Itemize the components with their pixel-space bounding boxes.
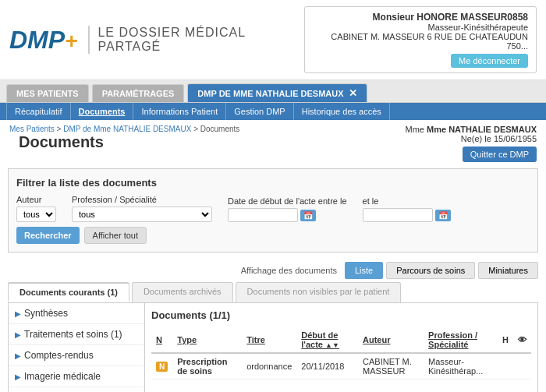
logo-subtitle: LE DOSSIER MÉDICAL PARTAGÉ: [88, 26, 304, 54]
sub-nav-infos-patient[interactable]: Informations Patient: [133, 103, 226, 120]
user-role: Masseur-Kinésithérapeute: [313, 23, 528, 32]
sidebar: ▶ Synthèses ▶ Traitements et soins (1) ▶…: [9, 303, 145, 392]
sub-nav-documents[interactable]: Documents: [71, 103, 134, 120]
user-cabinet: CABINET M. MASSEUR 6 RUE DE CHATEAUDUN 7…: [313, 32, 528, 51]
tab-mes-patients[interactable]: MES PATIENTS: [6, 84, 89, 102]
arrow-icon-comptes: ▶: [15, 351, 21, 360]
row-titre: ordonnance: [242, 353, 296, 380]
auteur-label: Auteur: [16, 195, 56, 204]
show-all-button[interactable]: Afficher tout: [84, 227, 147, 244]
arrow-icon-traitements: ▶: [15, 330, 21, 339]
col-n[interactable]: N: [151, 327, 172, 353]
sidebar-label-traitements: Traitements et soins (1): [24, 329, 122, 340]
profession-select[interactable]: tous: [72, 207, 212, 222]
tab-parametrages[interactable]: PARAMÉTRAGES: [92, 84, 185, 102]
sidebar-item-traitements[interactable]: ▶ Traitements et soins (1): [9, 324, 144, 345]
patient-info: Mme Mme NATHALIE DESMAUX Ne(e) le 15/06/…: [406, 125, 537, 162]
breadcrumb: Mes Patients > DMP de Mme NATHALIE DESMA…: [9, 125, 239, 133]
sub-nav-gestion-dmp[interactable]: Gestion DMP: [226, 103, 293, 120]
table-header-row: N Type Titre Début de l'acte ▲▼ Auteur P…: [151, 327, 531, 353]
documents-area-title: Documents (1/1): [151, 309, 531, 321]
filter-date-end-group: et le 📅: [363, 196, 451, 222]
sub-nav-historique[interactable]: Historique des accès: [294, 103, 390, 120]
sidebar-item-comptes[interactable]: ▶ Comptes-rendus: [9, 345, 144, 366]
patient-name: Mme NATHALIE DESMAUX: [427, 125, 537, 134]
col-eye: 👁: [513, 327, 531, 353]
filter-date-start-group: Date de début de l'acte entre le 📅: [228, 196, 347, 222]
date-start-calendar-icon[interactable]: 📅: [300, 210, 316, 221]
table-row[interactable]: N Prescription de soins ordonnance 20/11…: [151, 353, 531, 380]
col-type[interactable]: Type: [172, 327, 242, 353]
row-profession: Masseur-Kinésithérap...: [424, 353, 498, 380]
row-h: [498, 353, 513, 380]
quit-dmp-button[interactable]: Quitter ce DMP: [463, 147, 537, 162]
tab-archives[interactable]: Documents archivés: [132, 282, 233, 302]
sidebar-item-imagerie[interactable]: ▶ Imagerie médicale: [9, 366, 144, 387]
filter-title: Filtrer la liste des documents: [16, 177, 530, 189]
tab-courants[interactable]: Documents courants (1): [8, 282, 129, 302]
logo-dmp: DMP+: [9, 27, 77, 52]
arrow-icon-imagerie: ▶: [15, 373, 21, 381]
main-content: ▶ Synthèses ▶ Traitements et soins (1) ▶…: [8, 302, 538, 392]
col-profession[interactable]: Profession / Spécialité: [424, 327, 498, 353]
sidebar-label-syntheses: Synthèses: [24, 308, 68, 319]
logo-area: DMP+ LE DOSSIER MÉDICAL PARTAGÉ: [9, 26, 304, 54]
view-parcours-button[interactable]: Parcours de soins: [386, 262, 475, 279]
header: DMP+ LE DOSSIER MÉDICAL PARTAGÉ Monsieur…: [0, 0, 546, 80]
filter-auteur-group: Auteur tous: [16, 195, 56, 222]
user-box: Monsieur HONORE MASSEUR0858 Masseur-Kiné…: [304, 6, 537, 73]
date-end-calendar-icon[interactable]: 📅: [435, 210, 451, 221]
auteur-select[interactable]: tous: [16, 207, 56, 222]
profession-label: Profession / Spécialité: [72, 195, 212, 204]
n-badge: N: [156, 362, 168, 372]
tab-not-visible[interactable]: Documents non visibles par le patient: [236, 282, 402, 302]
col-titre[interactable]: Titre: [242, 327, 296, 353]
date-start-wrap: 📅: [228, 208, 347, 222]
close-icon[interactable]: ✕: [349, 88, 357, 98]
filter-section: Filtrer la liste des documents Auteur to…: [8, 168, 538, 253]
page-title: Documents: [9, 133, 239, 156]
disconnect-button[interactable]: Me déconnecter: [451, 54, 528, 68]
date-start-label: Date de début de l'acte entre le: [228, 196, 347, 206]
affichage-row: Affichage des documents Liste Parcours d…: [0, 257, 546, 282]
tab-dmp-patient[interactable]: DMP DE MME NATHALIE DESMAUX ✕: [187, 83, 367, 102]
document-tabs: Documents courants (1) Documents archivé…: [8, 282, 538, 302]
row-eye: [513, 353, 531, 380]
breadcrumb-patients[interactable]: Mes Patients: [9, 125, 55, 133]
tab-dmp-label: DMP DE MME NATHALIE DESMAUX: [197, 89, 343, 98]
sidebar-item-syntheses[interactable]: ▶ Synthèses: [9, 303, 144, 324]
breadcrumb-dmp[interactable]: DMP de Mme NATHALIE DESMAUX: [63, 125, 191, 133]
row-n: N: [151, 353, 172, 380]
sidebar-item-biologie[interactable]: ▶ Biologie: [9, 387, 144, 392]
filter-profession-group: Profession / Spécialité tous: [72, 195, 212, 222]
sub-nav: Récapitulatif Documents Informations Pat…: [0, 103, 546, 120]
main-nav-tabs: MES PATIENTS PARAMÉTRAGES DMP DE MME NAT…: [0, 80, 546, 103]
date-end-input[interactable]: [363, 208, 433, 222]
user-name: Monsieur HONORE MASSEUR0858: [313, 12, 528, 23]
filter-row: Auteur tous Profession / Spécialité tous…: [16, 195, 530, 222]
sidebar-label-comptes: Comptes-rendus: [24, 350, 94, 361]
arrow-icon-syntheses: ▶: [15, 309, 21, 318]
date-end-label: et le: [363, 196, 451, 206]
breadcrumb-documents: Documents: [200, 125, 240, 133]
sort-arrow-icon: ▲▼: [325, 341, 339, 349]
col-h: H: [498, 327, 513, 353]
row-auteur: CABINET M. MASSEUR: [358, 353, 424, 380]
row-debut: 20/11/2018: [296, 353, 358, 380]
breadcrumb-bar: Mes Patients > DMP de Mme NATHALIE DESMA…: [0, 120, 546, 164]
row-type: Prescription de soins: [172, 353, 242, 380]
sidebar-label-imagerie: Imagerie médicale: [24, 371, 101, 382]
eye-icon: 👁: [518, 335, 526, 344]
date-start-input[interactable]: [228, 208, 298, 222]
col-debut[interactable]: Début de l'acte ▲▼: [296, 327, 358, 353]
sub-nav-recapitulatif[interactable]: Récapitulatif: [6, 103, 71, 120]
view-list-button[interactable]: Liste: [345, 262, 383, 279]
patient-dob: Ne(e) le 15/06/1955: [461, 134, 537, 143]
date-end-wrap: 📅: [363, 208, 451, 222]
view-miniatures-button[interactable]: Miniatures: [478, 262, 538, 279]
affichage-label: Affichage des documents: [241, 266, 337, 275]
documents-area: Documents (1/1) N Type Titre Début de l'…: [145, 303, 537, 392]
documents-table: N Type Titre Début de l'acte ▲▼ Auteur P…: [151, 327, 531, 380]
search-button[interactable]: Rechercher: [16, 227, 80, 244]
col-auteur[interactable]: Auteur: [358, 327, 424, 353]
